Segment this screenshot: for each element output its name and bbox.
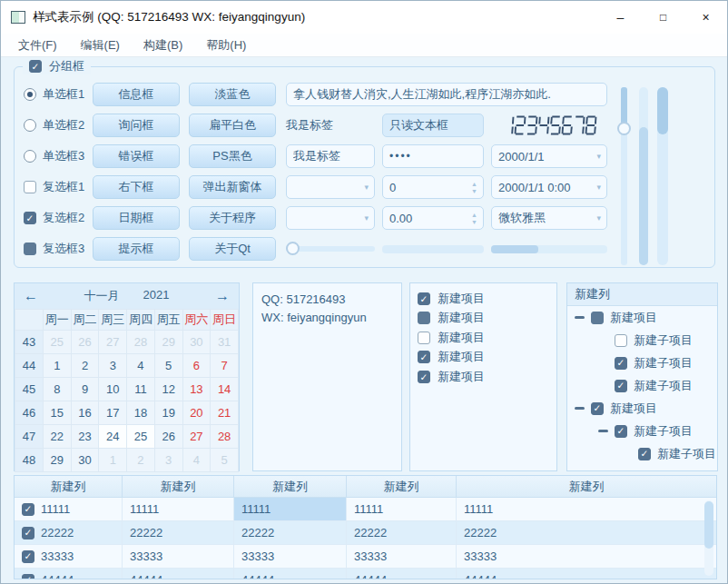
menu-file[interactable]: 文件(F): [6, 34, 69, 56]
readonly-text-field[interactable]: [382, 114, 484, 137]
vertical-slider[interactable]: [617, 87, 631, 265]
checkbox-indicator[interactable]: ✓: [22, 550, 34, 563]
checkbox-indicator[interactable]: ✓: [615, 357, 627, 370]
checkbox-option-3[interactable]: 复选框3: [24, 241, 93, 257]
checkbox-indicator[interactable]: ✓: [615, 380, 627, 392]
calendar-day-cell[interactable]: 1: [44, 354, 72, 378]
quote-line-edit[interactable]: [286, 83, 607, 106]
calendar-day-cell[interactable]: 3: [99, 354, 127, 378]
table-column-header[interactable]: 新建列: [234, 476, 347, 498]
calendar-day-cell[interactable]: 5: [211, 449, 239, 472]
calendar-day-cell[interactable]: 28: [211, 425, 239, 449]
tree-item[interactable]: 新建子项目: [567, 329, 717, 351]
list-item[interactable]: ✓新建项目: [418, 348, 556, 368]
checkbox-indicator[interactable]: ✓: [615, 425, 627, 438]
groupbox-checkbox[interactable]: ✓: [29, 60, 42, 73]
spin-up-icon[interactable]: ▲: [471, 212, 477, 219]
calendar-day-cell[interactable]: 31: [211, 331, 239, 354]
table-cell[interactable]: 11111: [347, 498, 457, 521]
label-line-edit[interactable]: [286, 144, 375, 168]
slider-handle[interactable]: [286, 242, 300, 255]
table-cell[interactable]: 33333: [234, 545, 347, 569]
calendar-day-cell[interactable]: 15: [44, 401, 72, 425]
date-box-button[interactable]: 日期框: [93, 206, 180, 230]
calendar-day-cell[interactable]: 22: [44, 425, 72, 449]
table-cell[interactable]: ✓22222: [15, 521, 123, 545]
int-spinbox[interactable]: 0 ▲▼: [382, 175, 484, 199]
calendar-next-button[interactable]: →: [212, 288, 230, 304]
empty-combobox-2[interactable]: ▾: [286, 206, 375, 230]
collapse-icon[interactable]: [598, 430, 615, 432]
calendar-prev-button[interactable]: ←: [24, 288, 42, 304]
table-cell[interactable]: 22222: [347, 521, 457, 545]
minimize-button[interactable]: –: [599, 1, 642, 34]
calendar-day-cell[interactable]: 17: [99, 401, 127, 425]
calendar-day-cell[interactable]: 12: [154, 378, 182, 401]
horizontal-slider[interactable]: [286, 242, 375, 256]
light-blue-style-button[interactable]: 淡蓝色: [189, 83, 276, 106]
table-cell[interactable]: 44444: [457, 569, 716, 579]
checkbox-indicator[interactable]: ✓: [22, 503, 34, 516]
calendar-day-cell[interactable]: 21: [211, 401, 239, 425]
tree-item[interactable]: 新建项目: [567, 306, 717, 329]
table-cell[interactable]: 33333: [347, 545, 457, 569]
table-cell[interactable]: 44444: [123, 569, 234, 579]
calendar-day-cell[interactable]: 4: [127, 354, 155, 378]
spin-up-icon[interactable]: ▲: [471, 181, 477, 188]
table-column-header[interactable]: 新建列: [347, 476, 457, 498]
calendar-day-cell[interactable]: 8: [44, 378, 72, 401]
table-column-header[interactable]: 新建列: [123, 476, 234, 498]
checkbox-indicator[interactable]: ✓: [418, 292, 430, 305]
radio-option-2[interactable]: 单选框2: [24, 117, 93, 134]
calendar-day-cell[interactable]: 3: [154, 449, 182, 472]
calendar-day-cell[interactable]: 29: [154, 331, 182, 354]
calendar-day-cell[interactable]: 4: [182, 449, 211, 472]
calendar-day-cell[interactable]: 2: [127, 449, 155, 472]
table-cell[interactable]: 33333: [457, 545, 716, 569]
menu-help[interactable]: 帮助(H): [194, 34, 258, 56]
menu-edit[interactable]: 编辑(E): [69, 34, 132, 56]
calendar-day-cell[interactable]: 7: [211, 354, 239, 378]
text-edit[interactable]: QQ: 517216493 WX: feiyangqingyun: [252, 282, 402, 471]
table-cell[interactable]: ✓11111: [15, 498, 123, 521]
calendar-day-cell[interactable]: 26: [71, 331, 99, 354]
tree-item[interactable]: ✓新建项目: [567, 397, 717, 420]
checkbox-indicator[interactable]: ✓: [638, 448, 651, 460]
tree-item[interactable]: ✓新建子项目: [567, 351, 717, 374]
calendar-day-cell[interactable]: 25: [127, 425, 155, 449]
calendar-day-cell[interactable]: 11: [127, 378, 155, 401]
calendar-day-cell[interactable]: 19: [154, 401, 182, 425]
calendar-day-cell[interactable]: 14: [211, 378, 239, 401]
table-cell[interactable]: 11111: [123, 498, 234, 521]
calendar-day-cell[interactable]: 18: [127, 401, 155, 425]
question-box-button[interactable]: 询问框: [93, 114, 180, 137]
table-cell[interactable]: 44444: [234, 569, 347, 579]
close-button[interactable]: ×: [684, 1, 727, 34]
collapse-icon[interactable]: [575, 316, 591, 319]
horizontal-scrollbar[interactable]: [491, 245, 607, 253]
about-program-button[interactable]: 关于程序: [189, 206, 276, 230]
password-field[interactable]: [382, 144, 484, 168]
spin-down-icon[interactable]: ▼: [471, 219, 477, 226]
maximize-button[interactable]: □: [642, 1, 684, 34]
calendar-day-cell[interactable]: 1: [99, 449, 127, 472]
checkbox-option-1[interactable]: 复选框1: [24, 179, 93, 195]
flat-white-style-button[interactable]: 扁平白色: [189, 114, 276, 137]
calendar-day-cell[interactable]: 24: [99, 425, 127, 449]
table-column-header[interactable]: 新建列: [457, 476, 716, 498]
scrollbar-thumb[interactable]: [491, 245, 538, 253]
calendar-day-cell[interactable]: 20: [182, 401, 211, 425]
info-box-button[interactable]: 信息框: [93, 83, 180, 106]
error-box-button[interactable]: 错误框: [93, 144, 180, 168]
table-cell[interactable]: 22222: [123, 521, 234, 545]
calendar-day-cell[interactable]: 27: [182, 425, 211, 449]
checkbox-indicator[interactable]: ✓: [591, 402, 604, 415]
table-cell[interactable]: 33333: [123, 545, 234, 569]
checkbox-indicator[interactable]: ✓: [418, 371, 430, 383]
tree-item[interactable]: ✓新建子项目: [567, 420, 717, 442]
tree-item[interactable]: ✓新建子项目: [567, 374, 717, 397]
checkbox-indicator[interactable]: [418, 312, 430, 324]
calendar-day-cell[interactable]: 29: [44, 449, 72, 472]
double-spinbox[interactable]: 0.00 ▲▼: [382, 206, 484, 230]
calendar-day-cell[interactable]: 2: [71, 354, 99, 378]
